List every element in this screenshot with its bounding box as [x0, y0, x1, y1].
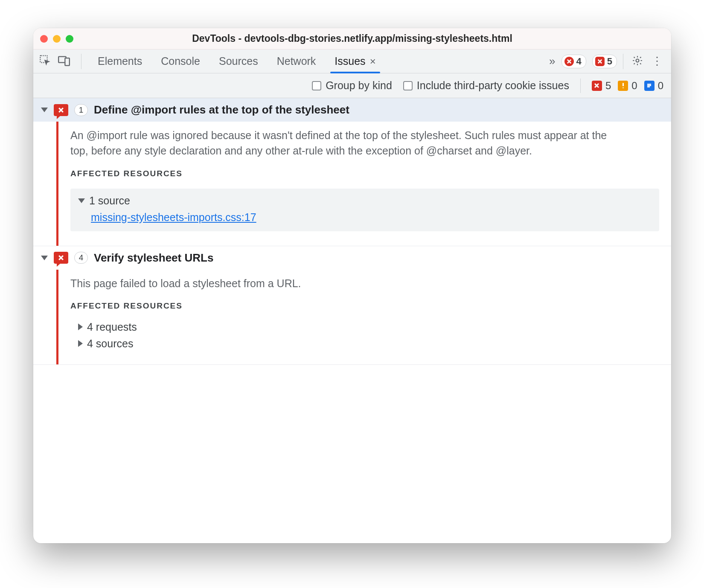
maximize-window-button[interactable]	[66, 35, 73, 43]
error-count-pill[interactable]: 4	[561, 55, 586, 68]
group-by-kind-checkbox[interactable]: Group by kind	[312, 79, 392, 92]
close-tab-icon[interactable]: ×	[370, 55, 376, 67]
issue-error-count-value: 5	[607, 56, 612, 67]
settings-icon[interactable]	[632, 55, 643, 68]
resource-summary: 1 source	[89, 195, 130, 207]
titlebar: DevTools - devtools-dbg-stories.netlify.…	[33, 28, 671, 49]
issue-item: 1 Define @import rules at the top of the…	[33, 98, 671, 246]
error-count-value: 4	[576, 56, 582, 67]
issue-count-badge: 4	[74, 252, 88, 264]
toolbar-separator	[81, 54, 81, 69]
window-title: DevTools - devtools-dbg-stories.netlify.…	[33, 33, 671, 44]
info-count: 0	[658, 80, 663, 92]
affected-resources-list: 4 requests 4 sources	[70, 321, 659, 350]
error-icon	[564, 57, 574, 66]
affected-resources-box: 1 source missing-stylesheets-imports.css…	[70, 189, 659, 231]
issue-body: An @import rule was ignored because it w…	[56, 122, 671, 246]
svg-rect-2	[65, 58, 70, 66]
issue-error-icon	[595, 57, 605, 66]
disclosure-triangle-icon	[78, 340, 83, 347]
issues-list: 1 Define @import rules at the top of the…	[33, 98, 671, 543]
tab-console[interactable]: Console	[151, 49, 209, 73]
tab-sources[interactable]: Sources	[209, 49, 268, 73]
inspect-element-icon[interactable]	[39, 55, 51, 68]
issue-error-speech-icon	[54, 252, 68, 264]
issue-header[interactable]: 1 Define @import rules at the top of the…	[33, 98, 671, 122]
issues-filterbar: Group by kind Include third-party cookie…	[33, 73, 671, 98]
tab-issues-label: Issues	[335, 55, 365, 67]
disclosure-triangle-icon	[41, 108, 48, 112]
tab-elements[interactable]: Elements	[88, 49, 151, 73]
tab-network[interactable]: Network	[268, 49, 326, 73]
resource-summary-row[interactable]: 4 sources	[70, 338, 659, 350]
issue-counts: 5 0 0	[592, 80, 663, 92]
resource-summary-row[interactable]: 4 requests	[70, 321, 659, 333]
include-third-party-label: Include third-party cookie issues	[417, 79, 569, 92]
toolbar-separator	[623, 54, 623, 69]
minimize-window-button[interactable]	[53, 35, 61, 43]
issue-body: This page failed to load a stylesheet fr…	[56, 270, 671, 364]
issue-error-count-pill[interactable]: 5	[592, 55, 617, 68]
affected-resources-label: AFFECTED RESOURCES	[70, 169, 659, 178]
close-window-button[interactable]	[40, 35, 48, 43]
error-icon	[592, 81, 602, 91]
warning-icon	[618, 81, 628, 91]
devtools-window: DevTools - devtools-dbg-stories.netlify.…	[33, 28, 671, 543]
resource-link[interactable]: missing-stylesheets-imports.css:17	[91, 211, 256, 223]
devtools-tabbar: Elements Console Sources Network Issues …	[33, 49, 671, 73]
issue-count-badge: 1	[74, 104, 88, 116]
issue-title: Verify stylesheet URLs	[94, 251, 213, 265]
include-third-party-checkbox[interactable]: Include third-party cookie issues	[403, 79, 569, 92]
device-toolbar-icon[interactable]	[58, 55, 70, 68]
checkbox-icon	[403, 81, 413, 90]
issue-item: 4 Verify stylesheet URLs This page faile…	[33, 246, 671, 365]
resource-summary: 4 sources	[87, 338, 133, 350]
resource-link-row: missing-stylesheets-imports.css:17	[91, 211, 652, 224]
traffic-lights	[40, 35, 73, 43]
group-by-kind-label: Group by kind	[326, 79, 392, 92]
issue-description: This page failed to load a stylesheet fr…	[70, 276, 608, 291]
issue-description: An @import rule was ignored because it w…	[70, 128, 608, 159]
errors-count: 5	[605, 80, 611, 92]
resource-summary: 4 requests	[87, 321, 137, 333]
issue-header[interactable]: 4 Verify stylesheet URLs	[33, 246, 671, 270]
filter-info[interactable]: 0	[644, 80, 663, 92]
more-options-icon[interactable]: ⋮	[649, 55, 665, 68]
more-tabs-icon[interactable]: »	[549, 55, 555, 68]
filter-warnings[interactable]: 0	[618, 80, 637, 92]
checkbox-icon	[312, 81, 321, 90]
disclosure-triangle-icon	[78, 198, 85, 203]
info-icon	[644, 81, 655, 91]
filterbar-separator	[580, 79, 581, 93]
disclosure-triangle-icon	[78, 323, 83, 330]
tab-issues[interactable]: Issues ×	[325, 49, 385, 73]
issue-error-speech-icon	[54, 104, 68, 116]
resource-summary-row[interactable]: 1 source	[78, 195, 652, 207]
issue-title: Define @import rules at the top of the s…	[94, 103, 349, 116]
filter-errors[interactable]: 5	[592, 80, 611, 92]
warnings-count: 0	[631, 80, 637, 92]
affected-resources-label: AFFECTED RESOURCES	[70, 301, 659, 311]
svg-point-3	[636, 59, 639, 62]
disclosure-triangle-icon	[41, 256, 48, 260]
